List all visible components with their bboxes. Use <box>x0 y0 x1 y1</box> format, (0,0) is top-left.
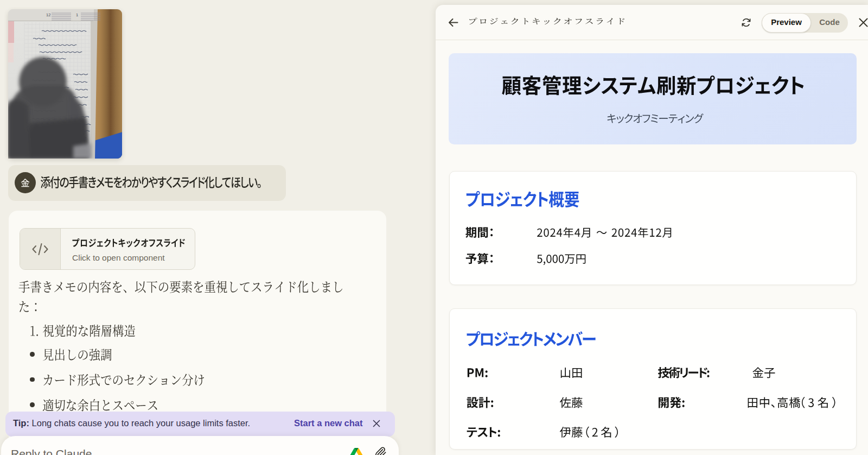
svg-text:12: 12 <box>46 12 50 17</box>
svg-text:1: 1 <box>76 12 78 17</box>
